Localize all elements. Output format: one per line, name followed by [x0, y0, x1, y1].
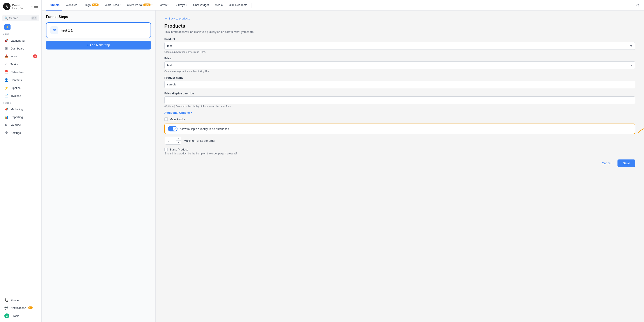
search-shortcut: ⌘K [31, 16, 37, 20]
settings-icon: ⚙ [4, 131, 8, 135]
wordpress-chevron-icon: ▾ [120, 4, 121, 6]
content-area: Funnel Steps ✉ test 1 2 + Add New Step ←… [42, 10, 644, 322]
sidebar-item-reporting[interactable]: 📊 Reporting [1, 113, 40, 121]
user-location: Irvine, CA [12, 7, 29, 10]
sidebar-item-profile[interactable]: G Profile [1, 312, 40, 320]
nav-wordpress[interactable]: WordPress ▾ [102, 0, 123, 10]
tools-section-label: Tools [0, 100, 42, 105]
allow-multiple-row: Allow multiple quantity to be purchased [164, 124, 635, 134]
user-chevron-icon[interactable]: ▾ [31, 5, 33, 8]
contacts-icon: 👤 [4, 78, 8, 82]
back-arrow-icon: ← [164, 17, 168, 20]
blogs-badge: New [92, 4, 99, 6]
client-portal-label: Client Portal [127, 3, 142, 6]
sidebar-item-label: Phone [10, 298, 19, 302]
lightning-button[interactable]: ⚡ [4, 24, 10, 30]
back-label: Back to products [169, 17, 190, 20]
top-nav: Funnels Websites Blogs New WordPress ▾ C… [42, 0, 644, 10]
bump-hint: Should this product be the bump on the o… [164, 152, 635, 155]
user-info: Demo Irvine, CA [12, 4, 29, 10]
nav-blogs[interactable]: Blogs New [81, 0, 101, 10]
tasks-icon: ✓ [4, 62, 8, 66]
sidebar-item-label: Reporting [10, 116, 23, 119]
panel-title: Funnel Steps [46, 15, 151, 19]
cancel-button[interactable]: Cancel [598, 160, 615, 167]
product-name-group: Product name [164, 76, 635, 88]
search-icon: 🔍 [4, 16, 8, 20]
sidebar-item-tasks[interactable]: ✓ Tasks [1, 60, 40, 68]
sidebar-item-dashboard[interactable]: ⊞ Dashboard [1, 45, 40, 52]
form-actions: Cancel Save [164, 160, 635, 167]
sidebar-item-label: Pipeline [10, 86, 20, 90]
price-select[interactable]: test [164, 61, 635, 69]
left-panel: Funnel Steps ✉ test 1 2 + Add New Step [42, 10, 156, 322]
phone-icon: 📞 [4, 298, 8, 302]
sidebar-item-notifications[interactable]: 💬 Notifications 27 [1, 304, 40, 312]
sidebar-item-marketing[interactable]: 📣 Marketing [1, 105, 40, 113]
wordpress-label: WordPress [105, 3, 119, 6]
product-hint: Create a new product by clicking Here. [164, 50, 635, 53]
nav-url-redirects[interactable]: URL Redirects [226, 0, 250, 10]
invoices-icon: 📄 [4, 94, 8, 98]
add-step-button[interactable]: + Add New Step [46, 41, 151, 50]
sidebar-item-inbox[interactable]: 📥 Inbox 0 [1, 52, 40, 60]
youtube-icon: ▶ [4, 123, 8, 127]
max-units-label: Maximum units per order [184, 139, 216, 142]
sidebar-item-calendars[interactable]: 📅 Calendars [1, 68, 40, 76]
spinner-down-button[interactable]: ▼ [176, 141, 181, 144]
surveys-label: Surveys [175, 3, 185, 6]
price-label: Price [164, 57, 635, 60]
nav-funnels[interactable]: Funnels [46, 0, 62, 10]
client-portal-badge: New [143, 4, 150, 6]
nav-client-portal[interactable]: Client Portal New ▾ [124, 0, 155, 10]
nav-separator [252, 3, 252, 8]
sidebar-item-label: Marketing [10, 108, 23, 111]
back-to-products-link[interactable]: ← Back to products [164, 17, 635, 20]
funnel-step-card[interactable]: ✉ test 1 2 [46, 22, 151, 38]
bump-product-checkbox[interactable] [164, 148, 168, 151]
step-name: test 1 2 [61, 28, 73, 32]
sidebar-item-contacts[interactable]: 👤 Contacts [1, 76, 40, 84]
sidebar-item-label: Notifications [10, 306, 26, 310]
product-label: Product [164, 38, 635, 41]
surveys-chevron-icon: ▾ [186, 4, 187, 6]
nav-surveys[interactable]: Surveys ▾ [172, 0, 190, 10]
max-units-input[interactable] [165, 138, 176, 144]
annotation-arrow [634, 120, 644, 137]
product-name-input[interactable] [164, 80, 635, 88]
sidebar-item-label: Profile [12, 314, 20, 318]
main-product-checkbox[interactable] [164, 118, 168, 121]
allow-multiple-toggle[interactable] [168, 126, 178, 132]
main-product-label: Main Product [170, 118, 186, 121]
bump-product-row: Bump Product [164, 148, 635, 151]
price-override-input[interactable] [164, 96, 635, 104]
save-button[interactable]: Save [618, 160, 635, 167]
forms-label: Forms [159, 3, 167, 6]
sidebar-item-launchpad[interactable]: 🚀 Launchpad [1, 37, 40, 44]
sidebar-item-youtube[interactable]: ▶ Youtube [1, 121, 40, 128]
nav-websites[interactable]: Websites [63, 0, 80, 10]
product-name-label: Product name [164, 76, 635, 79]
nav-settings-icon[interactable]: ⚙ [636, 3, 640, 8]
notifications-icon: 💬 [4, 306, 8, 310]
sidebar-item-label: Contacts [10, 78, 22, 82]
page-title: Products [164, 23, 635, 29]
blogs-label: Blogs [84, 3, 91, 6]
sidebar-item-phone[interactable]: 📞 Phone [1, 296, 40, 304]
product-select[interactable]: test [164, 42, 635, 50]
search-bar[interactable]: 🔍 Search ⌘K [2, 15, 39, 21]
nav-chat-widget[interactable]: Chat Widget [190, 0, 212, 10]
max-units-row: ▲ ▼ Maximum units per order [164, 137, 635, 144]
sidebar: A Demo Irvine, CA ▾ 🔍 Search ⌘K ⚡ Apps 🚀… [0, 0, 42, 322]
sidebar-item-invoices[interactable]: 📄 Invoices [1, 92, 40, 100]
nav-forms[interactable]: Forms ▾ [156, 0, 171, 10]
hamburger-icon[interactable] [34, 5, 38, 8]
nav-media[interactable]: Media [212, 0, 225, 10]
sidebar-item-settings[interactable]: ⚙ Settings [1, 129, 40, 136]
sidebar-item-label: Invoices [10, 94, 21, 98]
additional-options-toggle[interactable]: Additional Options ▾ [164, 111, 635, 114]
sidebar-item-pipeline[interactable]: ⚡ Pipeline [1, 84, 40, 92]
spinner-up-button[interactable]: ▲ [176, 137, 181, 141]
pipeline-icon: ⚡ [4, 86, 8, 90]
reporting-icon: 📊 [4, 115, 8, 119]
